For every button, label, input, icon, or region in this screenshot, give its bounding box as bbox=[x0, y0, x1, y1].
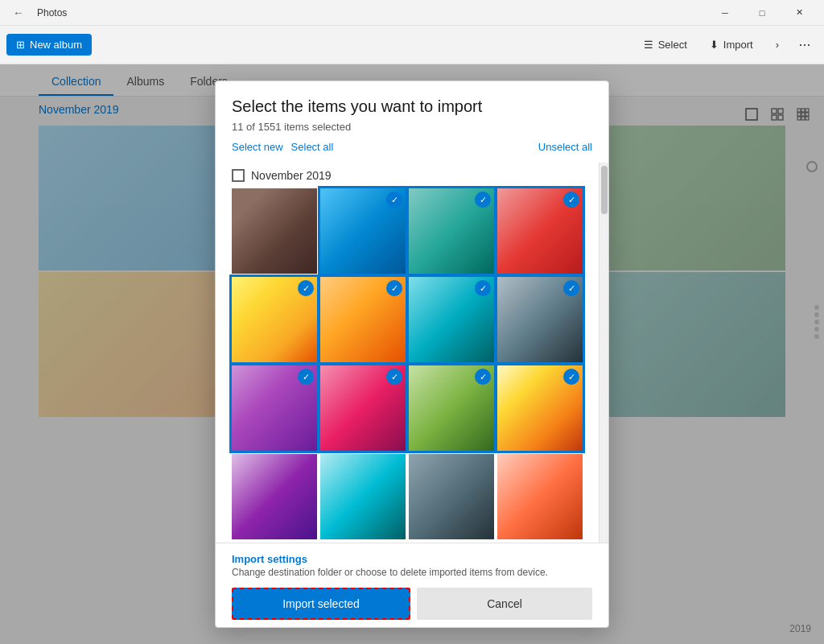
import-button[interactable]: ⬇ Import bbox=[700, 34, 763, 56]
photo-item-15[interactable] bbox=[409, 454, 494, 539]
photo-item-8[interactable]: ✓ bbox=[497, 277, 583, 362]
import-selected-button[interactable]: Import selected bbox=[232, 588, 410, 620]
modal-title: Select the items you want to import bbox=[232, 97, 592, 116]
modal-scroll-area: November 2019 ✓ ✓ ✓ bbox=[216, 163, 608, 543]
titlebar: ← Photos ─ □ ✕ bbox=[0, 0, 824, 26]
photo-item-10[interactable]: ✓ bbox=[320, 365, 406, 451]
restore-button[interactable]: □ bbox=[744, 0, 781, 26]
modal-body: November 2019 ✓ ✓ ✓ bbox=[216, 163, 599, 543]
photo-item-7[interactable]: ✓ bbox=[409, 277, 494, 362]
minimize-button[interactable]: ─ bbox=[707, 0, 744, 26]
import-icon: ⬇ bbox=[710, 39, 719, 51]
titlebar-left: ← Photos bbox=[6, 3, 67, 23]
photo-item-14[interactable] bbox=[320, 454, 406, 539]
section-header: November 2019 bbox=[232, 163, 583, 188]
photo-item-9[interactable]: ✓ bbox=[232, 365, 317, 451]
photo-item-6[interactable]: ✓ bbox=[320, 277, 406, 362]
photo-item-2[interactable]: ✓ bbox=[320, 188, 406, 274]
new-album-label: New album bbox=[30, 39, 82, 51]
photo-check-6: ✓ bbox=[386, 280, 402, 296]
import-settings-desc: Change destination folder or choose to d… bbox=[232, 567, 592, 578]
photo-item-3[interactable]: ✓ bbox=[409, 188, 494, 274]
modal-subtitle: 11 of 1551 items selected bbox=[232, 121, 592, 133]
more-options-button[interactable]: ··· bbox=[792, 32, 818, 58]
photo-item-11[interactable]: ✓ bbox=[409, 365, 494, 451]
scrollbar-thumb[interactable] bbox=[601, 166, 608, 214]
photo-check-12: ✓ bbox=[563, 369, 579, 385]
photo-check-7: ✓ bbox=[475, 280, 491, 296]
photo-item-12[interactable]: ✓ bbox=[497, 365, 583, 451]
section-checkbox[interactable] bbox=[232, 169, 245, 182]
toolbar: ⊞ New album ☰ Select ⬇ Import › ··· bbox=[0, 26, 824, 64]
select-label: Select bbox=[658, 39, 687, 51]
photo-check-10: ✓ bbox=[386, 369, 402, 385]
photo-check-3: ✓ bbox=[475, 192, 491, 208]
chevron-right-button[interactable]: › bbox=[766, 34, 789, 56]
import-label: Import bbox=[723, 39, 753, 51]
close-button[interactable]: ✕ bbox=[781, 0, 818, 26]
section-label: November 2019 bbox=[251, 169, 332, 182]
select-new-link[interactable]: Select new bbox=[232, 141, 283, 153]
photo-check-5: ✓ bbox=[298, 280, 314, 296]
photo-item-1[interactable] bbox=[232, 188, 317, 274]
new-album-icon: ⊞ bbox=[16, 39, 25, 51]
back-button[interactable]: ← bbox=[6, 3, 31, 23]
photo-check-11: ✓ bbox=[475, 369, 491, 385]
modal-actions: Select new Select all Unselect all bbox=[232, 141, 592, 153]
photo-item-13[interactable] bbox=[232, 454, 317, 539]
select-all-link[interactable]: Select all bbox=[291, 141, 334, 153]
modal-scrollbar[interactable] bbox=[599, 163, 608, 543]
photo-item-4[interactable]: ✓ bbox=[497, 188, 583, 274]
modal-header: Select the items you want to import 11 o… bbox=[216, 81, 608, 163]
import-modal: Select the items you want to import 11 o… bbox=[215, 80, 609, 628]
photo-grid: ✓ ✓ ✓ ✓ ✓ ✓ bbox=[232, 188, 583, 539]
unselect-all-link[interactable]: Unselect all bbox=[538, 141, 592, 153]
photo-check-8: ✓ bbox=[563, 280, 579, 296]
new-album-button[interactable]: ⊞ New album bbox=[6, 34, 92, 56]
select-button[interactable]: ☰ Select bbox=[634, 34, 697, 56]
photo-item-5[interactable]: ✓ bbox=[232, 277, 317, 362]
select-icon: ☰ bbox=[644, 39, 653, 51]
photo-check-4: ✓ bbox=[563, 192, 579, 208]
footer-buttons: Import selected Cancel bbox=[232, 588, 592, 620]
photo-item-16[interactable] bbox=[497, 454, 583, 539]
cancel-button[interactable]: Cancel bbox=[417, 588, 592, 620]
import-settings-link[interactable]: Import settings bbox=[232, 553, 592, 565]
photo-check-9: ✓ bbox=[298, 369, 314, 385]
photo-check-2: ✓ bbox=[386, 192, 402, 208]
modal-overlay: Select the items you want to import 11 o… bbox=[0, 64, 824, 644]
window-controls: ─ □ ✕ bbox=[707, 0, 818, 26]
modal-footer: Import settings Change destination folde… bbox=[216, 543, 608, 630]
app-title: Photos bbox=[37, 7, 67, 19]
